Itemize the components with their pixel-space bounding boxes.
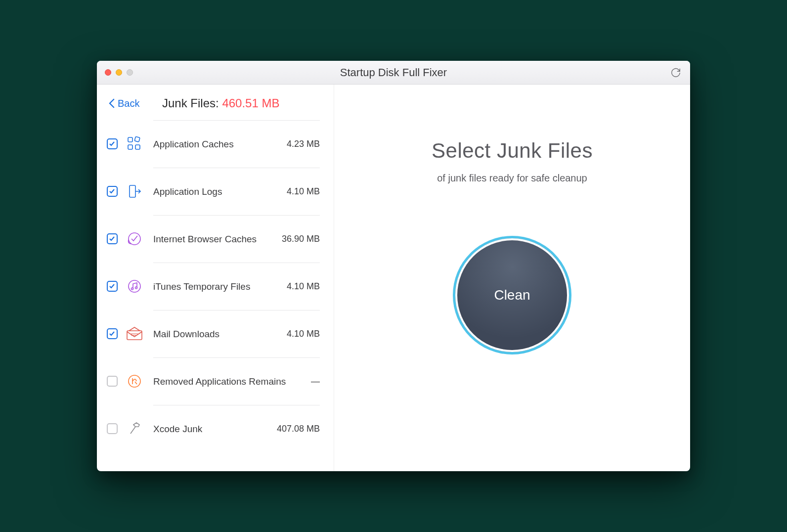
item-label: Mail Downloads	[153, 329, 219, 340]
checkbox[interactable]	[107, 138, 118, 149]
app-window: Startup Disk Full Fixer Back Junk Files:…	[97, 61, 690, 471]
refresh-icon	[670, 67, 681, 78]
item-label: Xcode Junk	[153, 424, 202, 435]
item-size: 4.10 MB	[287, 186, 320, 197]
checkbox[interactable]	[107, 281, 118, 292]
check-icon	[109, 188, 116, 195]
main-panel: Select Junk Files of junk files ready fo…	[334, 85, 690, 471]
log-icon	[125, 183, 144, 199]
hammer-icon	[125, 421, 144, 437]
item-size: 407.08 MB	[277, 424, 320, 434]
checkbox[interactable]	[107, 186, 118, 197]
content-body: Back Junk Files: 460.51 MB Application C…	[97, 85, 690, 471]
item-label: iTunes Temporary Files	[153, 281, 250, 292]
checkbox[interactable]	[107, 328, 118, 339]
item-content: Mail Downloads4.10 MB	[153, 310, 320, 357]
junk-item[interactable]: Mail Downloads4.10 MB	[97, 310, 334, 357]
browser-cache-icon	[125, 231, 144, 247]
clean-button[interactable]: Clean	[455, 238, 569, 352]
junk-size: 460.51 MB	[222, 96, 279, 110]
junk-item[interactable]: Xcode Junk407.08 MB	[97, 405, 334, 452]
item-content: Application Logs4.10 MB	[153, 168, 320, 215]
zoom-window-button[interactable]	[127, 69, 133, 76]
item-content: iTunes Temporary Files4.10 MB	[153, 263, 320, 310]
refresh-button[interactable]	[669, 66, 682, 79]
minimize-window-button[interactable]	[116, 69, 122, 76]
mail-icon	[125, 327, 144, 341]
title-bold: Fixer	[423, 66, 447, 79]
checkbox[interactable]	[107, 233, 118, 244]
checkbox[interactable]	[107, 423, 118, 434]
apps-icon	[125, 136, 144, 152]
junk-total: Junk Files: 460.51 MB	[120, 96, 322, 110]
check-icon	[109, 283, 116, 290]
itunes-icon	[125, 278, 144, 294]
svg-rect-3	[134, 136, 140, 142]
check-icon	[109, 140, 116, 147]
svg-point-10	[129, 375, 140, 387]
check-icon	[109, 330, 116, 337]
junk-item[interactable]: Application Caches4.23 MB	[97, 120, 334, 168]
junk-item[interactable]: iTunes Temporary Files4.10 MB	[97, 263, 334, 310]
item-content: Xcode Junk407.08 MB	[153, 405, 320, 452]
svg-rect-0	[128, 137, 132, 142]
junk-item[interactable]: Internet Browser Caches36.90 MB	[97, 215, 334, 263]
close-window-button[interactable]	[105, 69, 111, 76]
item-label: Removed Applications Remains	[153, 376, 286, 387]
junk-item[interactable]: Removed Applications Remains—	[97, 357, 334, 405]
removed-app-icon	[125, 373, 144, 389]
item-size: —	[311, 376, 320, 387]
item-content: Internet Browser Caches36.90 MB	[153, 215, 320, 263]
clean-label: Clean	[494, 287, 530, 303]
checkbox[interactable]	[107, 376, 118, 387]
main-title: Select Junk Files	[432, 139, 593, 163]
check-icon	[109, 235, 116, 242]
junk-label: Junk Files:	[162, 96, 222, 110]
item-content: Application Caches4.23 MB	[153, 120, 320, 168]
item-label: Application Caches	[153, 139, 234, 150]
item-size: 4.10 MB	[287, 329, 320, 339]
window-title: Startup Disk Full Fixer	[97, 66, 690, 79]
item-content: Removed Applications Remains—	[153, 357, 320, 405]
svg-point-6	[129, 280, 140, 292]
sidebar: Back Junk Files: 460.51 MB Application C…	[97, 85, 334, 471]
window-controls	[105, 69, 133, 76]
titlebar: Startup Disk Full Fixer	[97, 61, 690, 85]
svg-rect-2	[135, 145, 140, 149]
title-prefix: Startup Disk Full	[340, 66, 423, 79]
svg-point-8	[135, 287, 137, 289]
junk-item[interactable]: Application Logs4.10 MB	[97, 168, 334, 215]
sidebar-header: Back Junk Files: 460.51 MB	[97, 85, 334, 120]
svg-rect-4	[130, 185, 135, 197]
svg-rect-1	[128, 145, 132, 149]
item-label: Internet Browser Caches	[153, 234, 257, 245]
svg-point-5	[129, 233, 140, 245]
chevron-left-icon	[109, 98, 116, 108]
item-size: 36.90 MB	[282, 234, 320, 244]
svg-point-7	[131, 288, 133, 290]
item-size: 4.23 MB	[287, 139, 320, 149]
item-label: Application Logs	[153, 186, 222, 197]
junk-list: Application Caches4.23 MBApplication Log…	[97, 120, 334, 452]
main-subtitle: of junk files ready for safe cleanup	[437, 173, 587, 184]
item-size: 4.10 MB	[287, 281, 320, 292]
